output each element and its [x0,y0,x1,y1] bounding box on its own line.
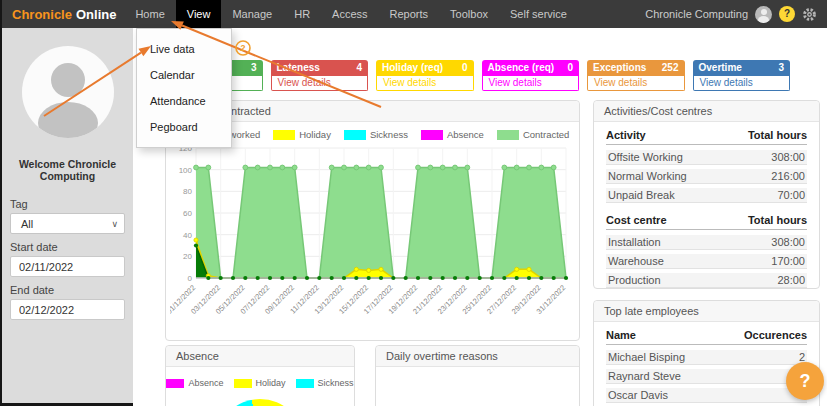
legend-label: Holiday [299,129,331,140]
annotation-badge-label: 2 [240,43,245,53]
tag-label: Tag [10,198,125,210]
nav-item-reports[interactable]: Reports [379,0,440,28]
table-row: Installation308:00 [606,235,807,250]
tag-select[interactable]: All ∨ [10,213,125,234]
view-details-link[interactable]: View details [594,77,647,88]
end-date-input[interactable] [10,299,125,320]
menu-item-pegboard[interactable]: Pegboard [137,114,231,140]
status-card-header: Absence (req)0 [482,60,580,76]
status-card-body: View details [693,76,791,91]
status-card-holiday-req: Holiday (req)0View details [376,60,474,91]
help-icon[interactable]: ? [779,6,795,22]
view-details-link[interactable]: View details [383,77,436,88]
activities-panel-title: Activities/Cost centres [594,101,819,122]
window-left-edge [0,0,2,406]
legend-label: Sickness [318,378,354,388]
table-header-row: ActivityTotal hours [606,128,807,145]
status-card-header: Lateness4 [271,60,369,76]
absence-legend-item-absence: Absence [166,378,223,388]
table-cell-label: Offsite Working [608,150,683,164]
view-details-link[interactable]: View details [700,77,753,88]
view-details-link[interactable]: View details [278,77,331,88]
legend-swatch [273,130,295,140]
end-date-label: End date [10,284,125,296]
table-header-col: Total hours [748,128,807,144]
legend-swatch [234,379,252,388]
legend-label: Absence [447,129,484,140]
user-avatar-icon[interactable] [755,6,772,23]
status-card-absence-req: Absence (req)0View details [482,60,580,91]
absence-panel-title: Absence [166,346,354,367]
status-card-title: Lateness [277,60,320,76]
table-header-col: Name [606,328,636,344]
floating-help-button[interactable]: ? [786,362,824,400]
menu-item-live-data[interactable]: Live data [137,36,231,62]
status-card-overtime: Overtime3View details [693,60,791,91]
status-card-value: 4 [356,60,362,76]
nav-item-view[interactable]: View [176,0,222,28]
absence-panel: Absence AbsenceHolidaySickness [165,345,355,406]
legend-label: Holiday [256,378,286,388]
table-cell-label: Warehouse [608,254,664,268]
nav-item-self-service[interactable]: Self service [499,0,578,28]
annotation-badge-circle [236,41,250,55]
status-card-value: 3 [251,60,257,76]
status-card-value: 0 [462,60,468,76]
legend-item-holiday: Holiday [273,129,331,140]
start-date-label: Start date [10,241,125,253]
brand-online: Online [76,7,116,22]
absence-legend-item-sickness: Sickness [296,378,354,388]
status-card-title: Exceptions [593,60,646,76]
nav-item-home[interactable]: Home [124,0,175,28]
table-cell-value: 28:00 [777,273,805,287]
welcome-text: Welcome Chronicle Computing [2,158,133,182]
top-late-panel: Top late employees NameOccurencesMichael… [593,300,820,406]
tag-select-value: All [21,218,33,230]
nav-item-hr[interactable]: HR [283,0,321,28]
status-card-lateness: Lateness4View details [271,60,369,91]
svg-text:40: 40 [183,231,192,240]
status-card-title: Overtime [699,60,742,76]
filter-form: Tag All ∨ Start date End date [2,198,133,320]
table-cell-label: Production [608,273,661,287]
status-card-header: Overtime3 [693,60,791,76]
top-late-table: NameOccurencesMichael Bisping2Raynard St… [594,322,819,406]
legend-item-absence: Absence [421,129,484,140]
status-card-value: 3 [778,60,784,76]
menu-item-attendance[interactable]: Attendance [137,88,231,114]
user-name[interactable]: Chronicle Computing [645,8,748,20]
start-date-input[interactable] [10,256,125,277]
sidebar: Welcome Chronicle Computing Tag All ∨ St… [2,28,133,406]
table-cell-label: Oscar Davis [608,388,668,402]
table-header-col: Occurences [744,328,807,344]
topbar-right: Chronicle Computing ? [645,6,817,23]
status-card-exceptions: Exceptions252View details [587,60,685,91]
nav-item-manage[interactable]: Manage [221,0,283,28]
absence-pie-chart [216,399,304,406]
status-card-body: View details [482,76,580,91]
table-row: Offsite Working308:00 [606,150,807,165]
status-card-body: View details [587,76,685,91]
app-logo[interactable]: ChronicleOnline [12,7,116,22]
table-row: Normal Working216:00 [606,169,807,184]
table-cell-value: 70:00 [777,188,805,202]
view-details-link[interactable]: View details [489,77,542,88]
top-late-title: Top late employees [594,301,819,322]
absence-legend-item-holiday: Holiday [234,378,286,388]
legend-swatch [421,130,443,140]
gear-icon[interactable] [802,7,817,22]
svg-text:20: 20 [183,252,192,261]
profile-avatar [22,46,114,138]
status-card-header: Holiday (req)0 [376,60,474,76]
table-cell-label: Raynard Steve [608,369,681,383]
activities-table: ActivityTotal hoursOffsite Working308:00… [594,122,819,288]
menu-item-calendar[interactable]: Calendar [137,62,231,88]
table-row: Oscar Davis1 [606,388,807,403]
table-row: Michael Bisping2 [606,350,807,365]
nav-item-toolbox[interactable]: Toolbox [439,0,499,28]
legend-swatch [344,130,366,140]
table-row: Production28:00 [606,273,807,288]
table-cell-label: Unpaid Break [608,188,675,202]
nav-item-access[interactable]: Access [321,0,378,28]
svg-text:0: 0 [188,274,193,283]
